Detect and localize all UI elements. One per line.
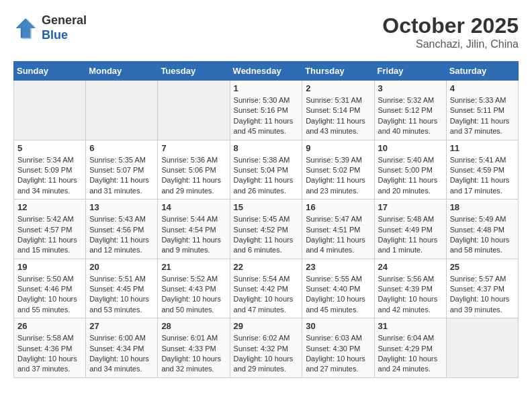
day-number: 19 <box>17 262 82 272</box>
calendar-day-cell: 12Sunrise: 5:42 AM Sunset: 4:57 PM Dayli… <box>14 199 86 259</box>
day-number: 8 <box>234 143 299 153</box>
day-number: 23 <box>306 262 370 272</box>
calendar-subtitle: Sanchazi, Jilin, China <box>382 38 519 50</box>
day-number: 20 <box>89 262 154 272</box>
calendar-day-cell <box>14 81 86 140</box>
day-info: Sunrise: 5:44 AM Sunset: 4:54 PM Dayligh… <box>161 214 226 256</box>
day-info: Sunrise: 5:38 AM Sunset: 5:04 PM Dayligh… <box>234 155 299 197</box>
day-info: Sunrise: 5:49 AM Sunset: 4:48 PM Dayligh… <box>450 214 515 256</box>
calendar-day-cell: 22Sunrise: 5:54 AM Sunset: 4:42 PM Dayli… <box>230 259 302 318</box>
day-number: 14 <box>161 202 226 212</box>
day-info: Sunrise: 6:03 AM Sunset: 4:30 PM Dayligh… <box>306 333 370 375</box>
calendar-week-row: 19Sunrise: 5:50 AM Sunset: 4:46 PM Dayli… <box>14 259 519 318</box>
calendar-day-cell: 10Sunrise: 5:40 AM Sunset: 5:00 PM Dayli… <box>374 140 446 199</box>
calendar-day-cell: 15Sunrise: 5:45 AM Sunset: 4:52 PM Dayli… <box>230 199 302 259</box>
day-number: 12 <box>17 202 82 212</box>
title-block: October 2025 Sanchazi, Jilin, China <box>382 13 519 50</box>
day-info: Sunrise: 5:36 AM Sunset: 5:06 PM Dayligh… <box>161 155 226 197</box>
day-number: 13 <box>89 202 154 212</box>
day-of-week-header: Saturday <box>446 62 518 81</box>
day-number: 15 <box>234 202 299 212</box>
day-number: 3 <box>378 83 443 93</box>
day-of-week-header: Sunday <box>14 62 86 81</box>
day-number: 5 <box>17 143 82 153</box>
day-info: Sunrise: 5:52 AM Sunset: 4:43 PM Dayligh… <box>161 274 226 316</box>
day-info: Sunrise: 5:40 AM Sunset: 5:00 PM Dayligh… <box>378 155 443 197</box>
calendar-day-cell: 3Sunrise: 5:32 AM Sunset: 5:12 PM Daylig… <box>374 81 446 140</box>
logo: General Blue <box>13 13 87 42</box>
day-number: 2 <box>306 83 370 93</box>
day-info: Sunrise: 5:31 AM Sunset: 5:14 PM Dayligh… <box>306 95 370 137</box>
day-info: Sunrise: 5:32 AM Sunset: 5:12 PM Dayligh… <box>378 95 443 137</box>
day-number: 4 <box>450 83 515 93</box>
day-info: Sunrise: 5:41 AM Sunset: 4:59 PM Dayligh… <box>450 155 515 197</box>
page-header: General Blue October 2025 Sanchazi, Jili… <box>13 13 519 50</box>
day-number: 31 <box>378 321 443 331</box>
day-number: 24 <box>378 262 443 272</box>
day-number: 27 <box>89 321 154 331</box>
calendar-day-cell: 8Sunrise: 5:38 AM Sunset: 5:04 PM Daylig… <box>230 140 302 199</box>
calendar-day-cell: 30Sunrise: 6:03 AM Sunset: 4:30 PM Dayli… <box>302 318 374 378</box>
day-number: 18 <box>450 202 515 212</box>
day-number: 11 <box>450 143 515 153</box>
calendar-day-cell <box>86 81 158 140</box>
calendar-day-cell: 9Sunrise: 5:39 AM Sunset: 5:02 PM Daylig… <box>302 140 374 199</box>
day-info: Sunrise: 5:34 AM Sunset: 5:09 PM Dayligh… <box>17 155 82 197</box>
day-of-week-header: Monday <box>86 62 158 81</box>
day-info: Sunrise: 5:54 AM Sunset: 4:42 PM Dayligh… <box>234 274 299 316</box>
calendar-day-cell <box>446 318 518 378</box>
calendar-day-cell: 21Sunrise: 5:52 AM Sunset: 4:43 PM Dayli… <box>158 259 230 318</box>
calendar-day-cell: 1Sunrise: 5:30 AM Sunset: 5:16 PM Daylig… <box>230 81 302 140</box>
logo-icon <box>13 16 38 40</box>
calendar-day-cell: 19Sunrise: 5:50 AM Sunset: 4:46 PM Dayli… <box>14 259 86 318</box>
calendar-week-row: 5Sunrise: 5:34 AM Sunset: 5:09 PM Daylig… <box>14 140 519 199</box>
day-info: Sunrise: 5:48 AM Sunset: 4:49 PM Dayligh… <box>378 214 443 256</box>
calendar-day-cell: 23Sunrise: 5:55 AM Sunset: 4:40 PM Dayli… <box>302 259 374 318</box>
calendar-table: SundayMondayTuesdayWednesdayThursdayFrid… <box>13 61 519 378</box>
day-info: Sunrise: 5:56 AM Sunset: 4:39 PM Dayligh… <box>378 274 443 316</box>
calendar-week-row: 1Sunrise: 5:30 AM Sunset: 5:16 PM Daylig… <box>14 81 519 140</box>
day-info: Sunrise: 5:55 AM Sunset: 4:40 PM Dayligh… <box>306 274 370 316</box>
calendar-week-row: 12Sunrise: 5:42 AM Sunset: 4:57 PM Dayli… <box>14 199 519 259</box>
day-number: 16 <box>306 202 370 212</box>
day-info: Sunrise: 5:30 AM Sunset: 5:16 PM Dayligh… <box>234 95 299 137</box>
day-of-week-header: Tuesday <box>158 62 230 81</box>
day-info: Sunrise: 5:42 AM Sunset: 4:57 PM Dayligh… <box>17 214 82 256</box>
day-number: 26 <box>17 321 82 331</box>
day-info: Sunrise: 6:04 AM Sunset: 4:29 PM Dayligh… <box>378 333 443 375</box>
day-number: 22 <box>234 262 299 272</box>
day-number: 25 <box>450 262 515 272</box>
calendar-day-cell: 17Sunrise: 5:48 AM Sunset: 4:49 PM Dayli… <box>374 199 446 259</box>
day-number: 28 <box>161 321 226 331</box>
calendar-day-cell: 29Sunrise: 6:02 AM Sunset: 4:32 PM Dayli… <box>230 318 302 378</box>
calendar-day-cell: 4Sunrise: 5:33 AM Sunset: 5:11 PM Daylig… <box>446 81 518 140</box>
day-info: Sunrise: 5:39 AM Sunset: 5:02 PM Dayligh… <box>306 155 370 197</box>
day-info: Sunrise: 5:43 AM Sunset: 4:56 PM Dayligh… <box>89 214 154 256</box>
calendar-day-cell: 27Sunrise: 6:00 AM Sunset: 4:34 PM Dayli… <box>86 318 158 378</box>
day-info: Sunrise: 5:58 AM Sunset: 4:36 PM Dayligh… <box>17 333 82 375</box>
calendar-day-cell: 7Sunrise: 5:36 AM Sunset: 5:06 PM Daylig… <box>158 140 230 199</box>
calendar-day-cell: 16Sunrise: 5:47 AM Sunset: 4:51 PM Dayli… <box>302 199 374 259</box>
day-number: 17 <box>378 202 443 212</box>
logo-text: General Blue <box>42 13 87 42</box>
day-number: 9 <box>306 143 370 153</box>
day-number: 6 <box>89 143 154 153</box>
day-info: Sunrise: 5:47 AM Sunset: 4:51 PM Dayligh… <box>306 214 370 256</box>
calendar-day-cell: 24Sunrise: 5:56 AM Sunset: 4:39 PM Dayli… <box>374 259 446 318</box>
day-info: Sunrise: 5:57 AM Sunset: 4:37 PM Dayligh… <box>450 274 515 316</box>
day-of-week-header: Friday <box>374 62 446 81</box>
calendar-day-cell: 6Sunrise: 5:35 AM Sunset: 5:07 PM Daylig… <box>86 140 158 199</box>
day-info: Sunrise: 5:35 AM Sunset: 5:07 PM Dayligh… <box>89 155 154 197</box>
calendar-day-cell: 11Sunrise: 5:41 AM Sunset: 4:59 PM Dayli… <box>446 140 518 199</box>
calendar-day-cell: 13Sunrise: 5:43 AM Sunset: 4:56 PM Dayli… <box>86 199 158 259</box>
day-info: Sunrise: 5:51 AM Sunset: 4:45 PM Dayligh… <box>89 274 154 316</box>
day-number: 30 <box>306 321 370 331</box>
calendar-day-cell: 31Sunrise: 6:04 AM Sunset: 4:29 PM Dayli… <box>374 318 446 378</box>
day-info: Sunrise: 6:00 AM Sunset: 4:34 PM Dayligh… <box>89 333 154 375</box>
calendar-day-cell: 14Sunrise: 5:44 AM Sunset: 4:54 PM Dayli… <box>158 199 230 259</box>
day-of-week-header: Thursday <box>302 62 374 81</box>
calendar-header-row: SundayMondayTuesdayWednesdayThursdayFrid… <box>14 62 519 81</box>
svg-marker-1 <box>17 18 36 39</box>
calendar-week-row: 26Sunrise: 5:58 AM Sunset: 4:36 PM Dayli… <box>14 318 519 378</box>
calendar-day-cell: 26Sunrise: 5:58 AM Sunset: 4:36 PM Dayli… <box>14 318 86 378</box>
